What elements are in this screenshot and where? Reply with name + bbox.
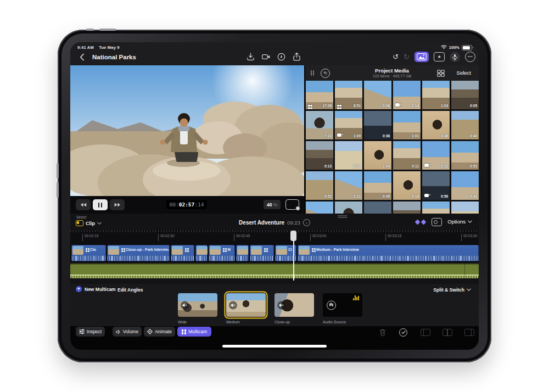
- media-item[interactable]: 1:03: [422, 81, 450, 109]
- clip-thumbnail: [276, 246, 287, 255]
- angle-label: Wide: [178, 320, 217, 324]
- media-item[interactable]: 0:40: [451, 111, 479, 139]
- options-button[interactable]: Options: [447, 219, 472, 225]
- info-icon[interactable]: i: [303, 219, 310, 226]
- media-item[interactable]: 1:01: [393, 111, 421, 139]
- split-center-icon[interactable]: [442, 329, 452, 336]
- muted-speaker-icon: [181, 301, 189, 309]
- angle-audio-source[interactable]: Audio Source: [323, 293, 362, 324]
- media-item[interactable]: 17:08: [306, 81, 333, 109]
- timeline-clip[interactable]: [171, 245, 194, 261]
- rewind-button[interactable]: [76, 199, 91, 210]
- zoom-level-button[interactable]: 40%: [264, 200, 281, 209]
- compass-icon[interactable]: [277, 52, 286, 61]
- timeline-clip[interactable]: [236, 245, 249, 261]
- split-right-icon[interactable]: [464, 329, 474, 336]
- grid-view-icon[interactable]: [437, 69, 445, 76]
- back-button[interactable]: [78, 53, 87, 61]
- pause-button[interactable]: [93, 199, 108, 210]
- clip-label: Clo: [90, 248, 96, 251]
- media-item[interactable]: 1:04: [364, 141, 391, 170]
- browser-header: Project Media 103 Items · 493.77 GB Sele…: [305, 65, 479, 81]
- media-item[interactable]: 1:09: [335, 111, 362, 139]
- effects-icon[interactable]: ★: [434, 52, 445, 61]
- media-item[interactable]: 0:05: [451, 81, 479, 109]
- volume-buttons: [99, 29, 116, 31]
- timeline-ruler[interactable]: 00:02:1500:02:3000:02:4500:03:0000:03:15…: [70, 230, 479, 244]
- timeline-clip[interactable]: Medium - Park Interview: [298, 245, 479, 261]
- media-item[interactable]: 0:45: [364, 171, 391, 200]
- angle-close-up[interactable]: Close-up: [274, 293, 314, 324]
- ruler-tick-label: 00:03:00: [310, 234, 326, 241]
- media-item[interactable]: 0:52: [306, 171, 333, 200]
- stage: 9:41 AM Tue May 9 100% National Parks: [0, 0, 549, 392]
- angle-label: Medium: [226, 320, 266, 324]
- clip-duration: 0:11: [412, 164, 419, 168]
- viewer-video[interactable]: [70, 65, 304, 196]
- home-indicator[interactable]: [222, 345, 327, 348]
- media-item[interactable]: 0:56: [422, 171, 450, 200]
- select-button[interactable]: Select: [457, 70, 471, 76]
- media-item[interactable]: 0:21: [335, 171, 362, 200]
- media-item[interactable]: 0:52: [451, 141, 479, 170]
- camera-view-icon[interactable]: [432, 218, 442, 226]
- fast-forward-button[interactable]: [110, 199, 125, 210]
- import-icon[interactable]: [246, 52, 255, 61]
- media-item[interactable]: 0:11: [393, 141, 421, 170]
- clip-duration: 0:38: [383, 134, 390, 138]
- media-item[interactable]: 0:29: [335, 141, 362, 170]
- media-item[interactable]: 0:13: [306, 141, 333, 170]
- media-item[interactable]: [306, 201, 333, 214]
- camera-icon[interactable]: [261, 52, 271, 61]
- media-item[interactable]: [335, 201, 362, 214]
- media-item[interactable]: 0:22: [422, 141, 450, 170]
- voiceover-icon[interactable]: [450, 52, 460, 62]
- approve-icon[interactable]: [399, 328, 407, 337]
- edit-angles-button[interactable]: Edit Angles: [117, 287, 143, 293]
- media-item[interactable]: 7:22: [306, 111, 333, 139]
- media-item[interactable]: 0:18: [393, 171, 421, 200]
- split-switch-menu[interactable]: Split & Switch: [433, 287, 471, 293]
- clip-waveform: [298, 256, 478, 261]
- angle-wide[interactable]: Wide: [178, 293, 217, 324]
- media-item[interactable]: [451, 201, 479, 214]
- media-item[interactable]: [393, 201, 421, 214]
- media-item[interactable]: [364, 201, 391, 214]
- media-item[interactable]: [422, 201, 450, 214]
- media-item[interactable]: 0:38: [364, 111, 391, 139]
- timeline-clip[interactable]: [250, 245, 274, 261]
- share-icon[interactable]: [292, 52, 301, 61]
- media-item[interactable]: 0:08: [364, 81, 391, 109]
- media-item[interactable]: 0:14: [393, 81, 421, 109]
- media-item[interactable]: 0:46: [422, 111, 450, 139]
- undo-icon[interactable]: ↺: [393, 53, 399, 60]
- timeline-clip[interactable]: W: [209, 245, 235, 261]
- media-item[interactable]: 8:51: [335, 81, 362, 109]
- multicam-angles-icon[interactable]: [415, 219, 427, 225]
- timecode-display[interactable]: 00:02:57:14: [166, 200, 207, 209]
- media-item[interactable]: 0:42: [451, 171, 479, 200]
- split-left-icon[interactable]: [421, 329, 430, 336]
- audio-level-icon: [353, 295, 360, 300]
- media-browser-icon[interactable]: [414, 52, 429, 62]
- trash-icon[interactable]: [379, 328, 386, 338]
- side-button: [57, 182, 59, 198]
- multicam-badge-icon: [185, 248, 187, 250]
- timeline-clip[interactable]: Close-up - Park Interview: [107, 245, 170, 261]
- clip-thumbnail: [197, 246, 208, 255]
- more-icon[interactable]: [465, 52, 475, 62]
- audio-track[interactable]: [70, 264, 479, 278]
- angle-medium[interactable]: Medium: [226, 293, 266, 324]
- multicam-badge-icon: [121, 248, 123, 250]
- timeline-clip[interactable]: Clo: [71, 245, 106, 261]
- new-multicam-button[interactable]: + New Multicam: [76, 286, 116, 292]
- redo-icon[interactable]: ↻: [404, 53, 410, 60]
- clip-duration: 0:29: [354, 164, 361, 168]
- playhead[interactable]: [290, 231, 297, 281]
- status-bar: 9:41 AM Tue May 9 100%: [70, 42, 479, 51]
- clip-waveform: [108, 256, 169, 261]
- timeline-clip[interactable]: [195, 245, 208, 261]
- viewer-display-toggle-icon[interactable]: [285, 199, 299, 210]
- clip-thumbnail: [210, 246, 221, 255]
- timeline-drag-handle[interactable]: [338, 215, 348, 216]
